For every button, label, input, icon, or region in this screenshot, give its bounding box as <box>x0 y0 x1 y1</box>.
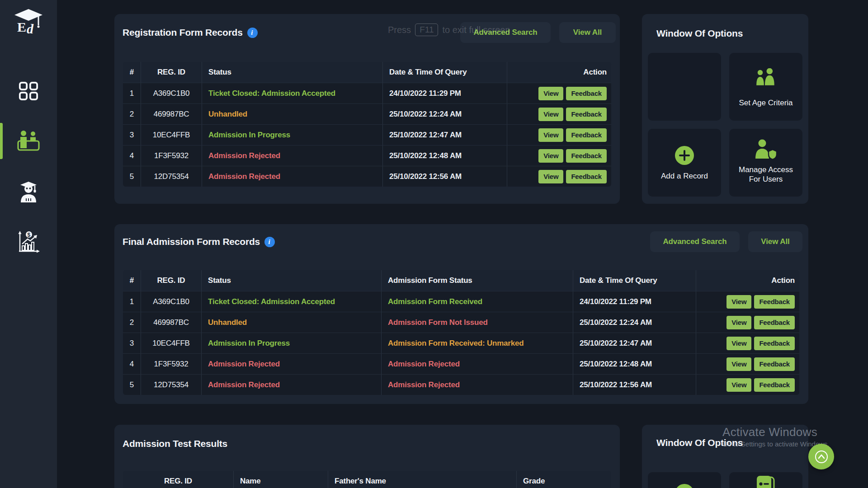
column-header: Father's Name <box>328 471 517 488</box>
registration-advanced-search-button[interactable]: Advanced Search <box>460 22 551 43</box>
activate-windows-watermark: Activate Windows <box>722 425 817 439</box>
manage-access-icon <box>729 139 802 160</box>
feedback-button[interactable]: Feedback <box>754 357 795 371</box>
table-row: 2469987BCUnhandledAdmission Form Not Iss… <box>123 312 799 333</box>
status-cell: Admission In Progress <box>202 125 383 145</box>
view-button[interactable]: View <box>726 295 751 309</box>
status-cell: Ticket Closed: Admission Accepted <box>202 291 382 312</box>
final-admission-records-card: Final Admission Form Records i Advanced … <box>114 224 808 404</box>
datetime-cell: 25/10/2022 12:56 AM <box>383 166 507 187</box>
form-status-cell: Admission Form Received <box>382 291 573 312</box>
feedback-button[interactable]: Feedback <box>754 295 795 309</box>
option-tile-add-record-bottom[interactable] <box>648 472 721 488</box>
feedback-button[interactable]: Feedback <box>566 108 607 121</box>
sidebar-item-dashboard[interactable] <box>0 81 57 103</box>
datetime-cell: 25/10/2022 12:48 AM <box>383 145 507 166</box>
view-button[interactable]: View <box>538 108 563 121</box>
option-tile-add-record[interactable]: Add a Record <box>648 129 721 197</box>
action-cell: ViewFeedback <box>696 375 799 395</box>
feedback-button[interactable]: Feedback <box>566 149 607 163</box>
final-admission-table: #REG. IDStatusAdmission Form StatusDate … <box>123 270 799 395</box>
column-header: # <box>123 270 141 291</box>
svg-text:d: d <box>27 21 34 36</box>
table-row: 1A369C1B0Ticket Closed: Admission Accept… <box>123 291 799 312</box>
info-icon[interactable]: i <box>247 28 258 38</box>
option-tile-empty[interactable] <box>648 53 721 121</box>
reception-desk-icon <box>16 130 41 154</box>
registration-view-all-button[interactable]: View All <box>559 22 616 43</box>
feedback-button[interactable]: Feedback <box>754 337 795 350</box>
table-row: 41F3F5932Admission RejectedAdmission Rej… <box>123 353 799 374</box>
status-cell: Admission In Progress <box>202 333 382 353</box>
registration-card-title: Registration Form Records <box>123 27 243 38</box>
feedback-button[interactable]: Feedback <box>754 378 795 392</box>
row-number-cell: 2 <box>123 104 141 124</box>
dashboard-grid-icon <box>18 81 39 103</box>
final-admission-advanced-search-button[interactable]: Advanced Search <box>650 231 740 252</box>
reg-id-cell: A369C1B0 <box>141 291 202 312</box>
feedback-button[interactable]: Feedback <box>754 316 795 329</box>
info-icon[interactable]: i <box>264 237 275 247</box>
column-header: Action <box>696 270 799 291</box>
reg-id-cell: 1F3F5932 <box>141 354 202 374</box>
feedback-button[interactable]: Feedback <box>566 170 607 183</box>
column-header: REG. ID <box>141 270 202 291</box>
sidebar-item-students[interactable] <box>0 181 57 206</box>
datetime-cell: 25/10/2022 12:47 AM <box>383 125 507 145</box>
view-button[interactable]: View <box>726 357 751 371</box>
view-button[interactable]: View <box>538 170 563 183</box>
view-button[interactable]: View <box>538 128 563 142</box>
datetime-cell: 24/10/2022 11:29 PM <box>383 83 507 103</box>
view-button[interactable]: View <box>538 87 563 100</box>
option-tile-manage-access[interactable]: Manage Access For Users <box>729 129 802 197</box>
table-row: 310EC4FFBAdmission In Progress25/10/2022… <box>123 124 611 145</box>
table-header-row: REG. IDNameFather's NameGrade <box>123 471 611 488</box>
datetime-cell: 25/10/2022 12:24 AM <box>383 104 507 124</box>
finance-chart-icon: $ <box>17 230 40 257</box>
feedback-button[interactable]: Feedback <box>566 87 607 100</box>
row-number-cell: 2 <box>123 312 141 333</box>
view-button[interactable]: View <box>726 316 751 329</box>
admission-test-table: REG. IDNameFather's NameGrade <box>123 471 611 488</box>
row-number-cell: 4 <box>123 354 141 374</box>
reg-id-cell: 469987BC <box>141 104 202 124</box>
app-logo[interactable]: E d <box>13 8 44 38</box>
option-tile-set-age-criteria[interactable]: Set Age Criteria <box>729 53 802 121</box>
table-header-row: #REG. IDStatusDate & Time Of QueryAction <box>123 62 611 83</box>
view-button[interactable]: View <box>726 337 751 350</box>
column-header: Date & Time Of Query <box>573 270 696 291</box>
sidebar-item-finance[interactable]: $ <box>0 230 57 257</box>
table-row: 2469987BCUnhandled25/10/2022 12:24 AMVie… <box>123 103 611 124</box>
tile-label: Set Age Criteria <box>733 98 799 108</box>
add-record-icon <box>648 145 721 166</box>
status-cell: Admission Rejected <box>202 145 383 166</box>
sidebar-item-admissions-active[interactable] <box>0 130 57 154</box>
option-tile-records-bottom[interactable] <box>729 472 802 488</box>
action-cell: ViewFeedback <box>696 291 799 312</box>
table-row: 1A369C1B0Ticket Closed: Admission Accept… <box>123 83 611 103</box>
reg-id-cell: 469987BC <box>141 312 202 333</box>
view-button[interactable]: View <box>726 378 751 392</box>
final-admission-view-all-button[interactable]: View All <box>748 231 802 252</box>
view-button[interactable]: View <box>538 149 563 163</box>
action-cell: ViewFeedback <box>696 354 799 374</box>
table-row: 41F3F5932Admission Rejected25/10/2022 12… <box>123 145 611 166</box>
form-status-cell: Admission Rejected <box>382 375 573 395</box>
status-cell: Ticket Closed: Admission Accepted <box>202 83 383 103</box>
row-number-cell: 3 <box>123 125 141 145</box>
column-header: Name <box>234 471 328 488</box>
form-status-cell: Admission Form Received: Unmarked <box>382 333 573 353</box>
reg-id-cell: 12D75354 <box>141 166 202 187</box>
column-header: Status <box>202 62 383 83</box>
column-header: Status <box>202 270 382 291</box>
status-cell: Admission Rejected <box>202 166 383 187</box>
column-header: Admission Form Status <box>382 270 573 291</box>
window-of-options-top-card: Window Of Options Set Age Criteria <box>642 14 808 204</box>
column-header: Date & Time Of Query <box>383 62 507 83</box>
table-row: 512D75354Admission RejectedAdmission Rej… <box>123 374 799 395</box>
scroll-to-top-button[interactable] <box>808 444 834 469</box>
column-header: REG. ID <box>141 62 202 83</box>
column-header: Action <box>507 62 611 83</box>
status-cell: Admission Rejected <box>202 354 382 374</box>
feedback-button[interactable]: Feedback <box>566 128 607 142</box>
